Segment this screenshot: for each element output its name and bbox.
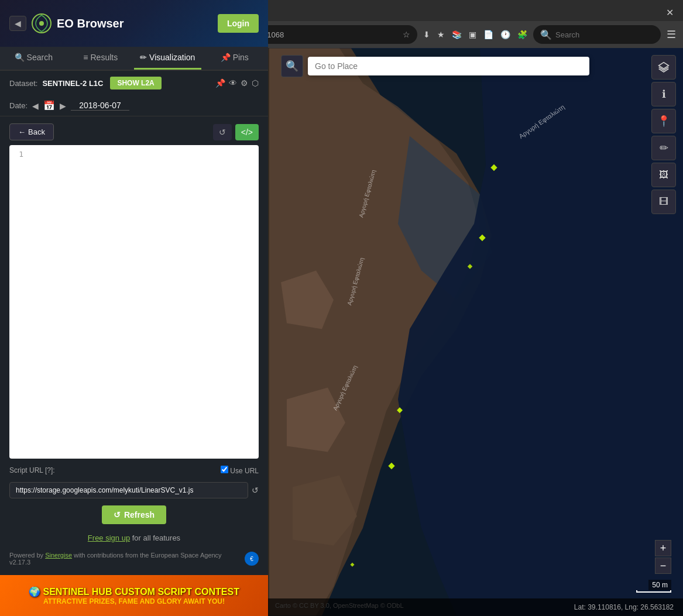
back-arrow-icon: ← [18, 128, 26, 136]
date-label-text: Date: [9, 101, 28, 110]
download-icon[interactable]: ⬇ [421, 27, 433, 42]
dataset-name-text: SENTINEL-2 L1C [42, 79, 103, 88]
script-actions: ↺ </> [213, 124, 259, 140]
svg-rect-5 [388, 463, 394, 469]
coords-display: Lat: 39.110816, Lng: 26.563182 [574, 603, 674, 611]
logo-text: EO Browser [57, 17, 123, 30]
script-url-label: Script URL [?]: [9, 466, 55, 474]
contest-banner[interactable]: 🌍 SENTINEL HUB CUSTOM SCRIPT CONTEST ATT… [0, 575, 268, 616]
code-editor[interactable]: 1 [9, 145, 259, 459]
back-button[interactable]: ← Back [9, 123, 54, 140]
film-icon: 🎞 [659, 197, 668, 207]
date-input[interactable] [71, 101, 129, 111]
header-left: ◀ EO Browser [9, 13, 123, 34]
dataset-icons: 📌 👁 ⚙ ⬡ [215, 78, 259, 88]
results-tab-icon: ≡ [83, 53, 88, 62]
sidebar-panel: ◀ EO Browser Login 🔍 Search ≡ Results ✏ … [0, 0, 268, 616]
visualization-tab-label: Visualization [149, 53, 195, 62]
powered-by-text: Powered by Sinergise with contributions … [9, 552, 222, 566]
refresh-button[interactable]: ↺ Refresh [102, 505, 166, 524]
script-toolbar: ← Back ↺ </> [9, 123, 259, 140]
refresh-label: Refresh [124, 510, 155, 519]
right-toolbar: ℹ 📍 ✏ 🖼 🎞 [651, 55, 676, 214]
tab-results[interactable]: ≡ Results [67, 47, 135, 70]
eye-icon[interactable]: 👁 [229, 78, 237, 88]
bookmarks-icon[interactable]: 📚 [449, 27, 464, 42]
sinergise-link[interactable]: Sinergise [45, 552, 72, 559]
script-url-input[interactable] [9, 482, 248, 498]
map-search-button[interactable]: 🔍 [281, 55, 303, 77]
pins-tab-icon: 📌 [221, 53, 231, 62]
settings-icon[interactable]: ⚙ [241, 78, 248, 88]
extensions-icon[interactable]: 🧩 [515, 27, 530, 42]
login-button[interactable]: Login [218, 14, 259, 33]
free-signup-suffix: for all features [132, 534, 180, 542]
show-l2a-button[interactable]: SHOW L2A [110, 77, 161, 90]
history-icon[interactable]: 🕐 [498, 27, 513, 42]
scale-bar: + − 50 m [636, 540, 671, 593]
refresh-icon: ↺ [114, 510, 121, 519]
script-url-row: Script URL [?]: Use URL [9, 463, 259, 477]
free-signup-link[interactable]: Free sign up [88, 534, 130, 542]
svg-text:Αργυρή Εφταλιώτη: Αργυρή Εφταλιώτη [346, 257, 365, 306]
search-tab-icon: 🔍 [15, 53, 25, 62]
map-search-input[interactable] [308, 57, 589, 75]
close-browser-button[interactable]: ✕ [661, 7, 678, 18]
tab-search[interactable]: 🔍 Search [0, 47, 67, 70]
use-url-checkbox[interactable] [221, 466, 228, 473]
zoom-in-button[interactable]: + [655, 540, 671, 556]
dataset-label-text: Dataset: [9, 79, 37, 88]
tab-pins[interactable]: 📌 Pins [201, 47, 269, 70]
map-search-bar: 🔍 [281, 55, 589, 77]
script-panel: ← Back ↺ </> 1 Script URL [?]: Use URL ↺ [0, 116, 268, 575]
use-url-text: Use URL [230, 467, 259, 475]
draw-toolbar-button[interactable]: ✏ [651, 136, 676, 160]
powered-by-prefix: Powered by [9, 552, 45, 559]
version-text: v2.17.3 [9, 559, 30, 566]
reset-script-button[interactable]: ↺ [213, 124, 232, 140]
zoom-controls: + − [655, 540, 671, 574]
star-icon[interactable]: ★ [435, 27, 447, 42]
collapse-sidebar-button[interactable]: ◀ [9, 16, 26, 31]
info-toolbar-button[interactable]: ℹ [651, 82, 676, 106]
layers-toolbar-button[interactable] [651, 55, 676, 80]
date-next-button[interactable]: ▶ [60, 101, 66, 111]
pin-icon[interactable]: 📌 [215, 78, 225, 88]
date-prev-button[interactable]: ◀ [32, 101, 39, 111]
code-view-button[interactable]: </> [235, 124, 259, 140]
svg-rect-1 [490, 164, 497, 171]
svg-rect-3 [468, 264, 472, 269]
bookmark-icon[interactable]: ☆ [403, 30, 410, 39]
esa-icon: € [245, 552, 259, 566]
back-label: Back [28, 128, 45, 136]
browser-search-input[interactable] [555, 30, 654, 39]
image-toolbar-button[interactable]: 🖼 [651, 163, 676, 187]
banner-text: 🌍 SENTINEL HUB CUSTOM SCRIPT CONTEST ATT… [0, 575, 268, 616]
use-url-label: Use URL [221, 466, 259, 475]
pencil-icon: ✏ [660, 142, 668, 154]
zoom-out-button[interactable]: − [655, 558, 671, 574]
svg-rect-4 [397, 407, 403, 413]
reader-icon[interactable]: 📄 [481, 27, 496, 42]
svg-rect-2 [479, 235, 485, 241]
browser-actions: ⬇ ★ 📚 ▣ 📄 🕐 🧩 [421, 27, 530, 42]
calendar-icon[interactable]: 📅 [43, 100, 55, 111]
share-icon[interactable]: ⬡ [252, 78, 259, 88]
svg-rect-8 [350, 563, 354, 567]
svg-text:Αργυρή Εφταλιώτη: Αργυρή Εφταλιώτη [517, 103, 565, 140]
location-toolbar-button[interactable]: 📍 [651, 109, 676, 133]
results-tab-label: Results [90, 53, 118, 62]
film-toolbar-button[interactable]: 🎞 [651, 190, 676, 214]
location-icon: 📍 [657, 115, 670, 128]
containers-icon[interactable]: ▣ [466, 27, 479, 42]
search-tab-label: Search [27, 53, 53, 62]
date-row: Date: ◀ 📅 ▶ [0, 95, 268, 116]
line-numbers: 1 [9, 150, 27, 159]
pins-tab-label: Pins [233, 53, 249, 62]
scale-line [636, 590, 671, 593]
refresh-url-button[interactable]: ↺ [252, 486, 259, 495]
tab-visualization[interactable]: ✏ Visualization [134, 47, 201, 70]
menu-icon[interactable]: ☰ [664, 26, 678, 43]
scale-label: 50 m [648, 580, 671, 590]
nav-tabs: 🔍 Search ≡ Results ✏ Visualization 📌 Pin… [0, 47, 268, 71]
